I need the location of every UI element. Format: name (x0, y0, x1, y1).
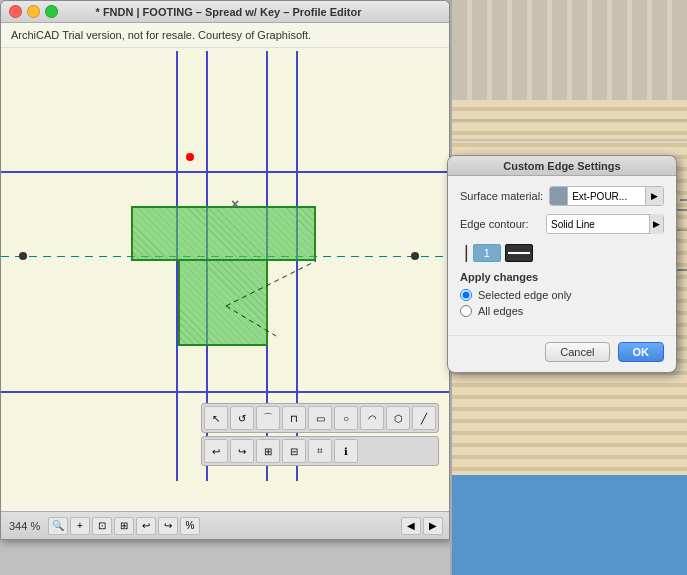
tool-info[interactable]: ℹ (334, 439, 358, 463)
tool-rotate[interactable]: ↺ (230, 406, 254, 430)
zoom-fit-button[interactable]: ⊡ (92, 517, 112, 535)
line-width-value: 1 (484, 247, 490, 259)
grid-line-horizontal-1 (1, 171, 450, 173)
svg-line-1 (226, 306, 276, 336)
edge-contour-row: Edge contour: Solid Line ▶ (460, 214, 664, 234)
material-preview-swatch (550, 187, 568, 205)
scroll-prev[interactable]: ◀ (401, 517, 421, 535)
radio-all-edges-row: All edges (460, 305, 664, 317)
main-window: * FNDN | FOOTING – Spread w/ Key – Profi… (0, 0, 450, 540)
line-solid-preview (508, 252, 530, 254)
custom-edge-settings-dialog: Custom Edge Settings Surface material: E… (447, 155, 677, 373)
tool-line[interactable]: ╱ (412, 406, 436, 430)
zoom-controls[interactable]: 🔍 + ⊡ ⊞ ↩ ↪ % (48, 517, 200, 535)
tool-measure[interactable]: ⌗ (308, 439, 332, 463)
toolbar-row-2: ↩ ↪ ⊞ ⊟ ⌗ ℹ (201, 436, 439, 466)
cancel-button[interactable]: Cancel (545, 342, 609, 362)
tool-shape[interactable]: ⊓ (282, 406, 306, 430)
line-controls: | 1 (460, 242, 664, 263)
diagonal-dashed-line (131, 206, 331, 356)
title-bar: * FNDN | FOOTING – Spread w/ Key – Profi… (1, 1, 449, 23)
surface-material-label: Surface material: (460, 190, 543, 202)
line-style-box[interactable] (505, 244, 533, 262)
surface-material-selector[interactable]: Ext-POUR... ▶ (549, 186, 664, 206)
edge-contour-dropdown[interactable]: ▶ (649, 214, 663, 234)
window-title: * FNDN | FOOTING – Spread w/ Key – Profi… (66, 6, 391, 18)
canvas-area[interactable]: × GRAPHISOFT. ↖ ↺ ⌒ ⊓ ▭ ○ ◠ ⬡ ╱ ↩ ↪ (1, 51, 450, 501)
window-controls[interactable] (9, 5, 58, 18)
tool-curve[interactable]: ⌒ (256, 406, 280, 430)
edge-contour-text: Solid Line (547, 219, 649, 230)
tool-circle[interactable]: ○ (334, 406, 358, 430)
radio-selected-edge[interactable] (460, 289, 472, 301)
right-panel-striped-top (452, 0, 687, 100)
tool-undo[interactable]: ↩ (204, 439, 228, 463)
ok-button[interactable]: OK (618, 342, 665, 362)
zoom-all-button[interactable]: ⊞ (114, 517, 134, 535)
tool-snap[interactable]: ⊟ (282, 439, 306, 463)
scroll-arrows[interactable]: ◀ ▶ (401, 517, 443, 535)
radio-all-edges[interactable] (460, 305, 472, 317)
scroll-next[interactable]: ▶ (423, 517, 443, 535)
pan-right-button[interactable]: ↪ (158, 517, 178, 535)
toolbar-row-1: ↖ ↺ ⌒ ⊓ ▭ ○ ◠ ⬡ ╱ (201, 403, 439, 433)
edge-contour-selector[interactable]: Solid Line ▶ (546, 214, 664, 234)
pan-left-button[interactable]: ↩ (136, 517, 156, 535)
radio-selected-edge-row: Selected edge only (460, 289, 664, 301)
zoom-out-button[interactable]: 🔍 (48, 517, 68, 535)
zoom-percent-button[interactable]: % (180, 517, 200, 535)
center-point (186, 153, 194, 161)
dialog-title-bar: Custom Edge Settings (448, 156, 676, 176)
material-text: Ext-POUR... (568, 191, 645, 202)
svg-line-0 (226, 261, 316, 306)
tool-rect[interactable]: ▭ (308, 406, 332, 430)
edge-contour-label: Edge contour: (460, 218, 540, 230)
status-bar: 344 % 🔍 + ⊡ ⊞ ↩ ↪ % ◀ ▶ (1, 511, 450, 539)
endpoint-left (19, 252, 27, 260)
close-button[interactable] (9, 5, 22, 18)
right-panel-blue-bottom (452, 475, 687, 575)
minimize-button[interactable] (27, 5, 40, 18)
radio-selected-edge-label: Selected edge only (478, 289, 572, 301)
surface-material-row: Surface material: Ext-POUR... ▶ (460, 186, 664, 206)
line-style-icon: | (464, 242, 469, 263)
tool-grid[interactable]: ⊞ (256, 439, 280, 463)
zoom-in-button[interactable]: + (70, 517, 90, 535)
tool-arc[interactable]: ◠ (360, 406, 384, 430)
endpoint-right (411, 252, 419, 260)
tool-redo[interactable]: ↪ (230, 439, 254, 463)
dialog-content: Surface material: Ext-POUR... ▶ Edge con… (448, 176, 676, 335)
apply-changes-section: Apply changes Selected edge only All edg… (460, 271, 664, 317)
material-dropdown-button[interactable]: ▶ (645, 186, 663, 206)
apply-changes-label: Apply changes (460, 271, 664, 283)
grid-line-horizontal-2 (1, 391, 450, 393)
radio-all-edges-label: All edges (478, 305, 523, 317)
trial-notice: ArchiCAD Trial version, not for resale. … (1, 23, 449, 48)
line-width-box[interactable]: 1 (473, 244, 501, 262)
dialog-title: Custom Edge Settings (503, 160, 620, 172)
tool-poly[interactable]: ⬡ (386, 406, 410, 430)
toolbar-area: ↖ ↺ ⌒ ⊓ ▭ ○ ◠ ⬡ ╱ ↩ ↪ ⊞ ⊟ ⌗ ℹ (201, 403, 439, 466)
tool-arrow[interactable]: ↖ (204, 406, 228, 430)
maximize-button[interactable] (45, 5, 58, 18)
dialog-buttons: Cancel OK (448, 335, 676, 372)
zoom-level: 344 % (9, 520, 44, 532)
